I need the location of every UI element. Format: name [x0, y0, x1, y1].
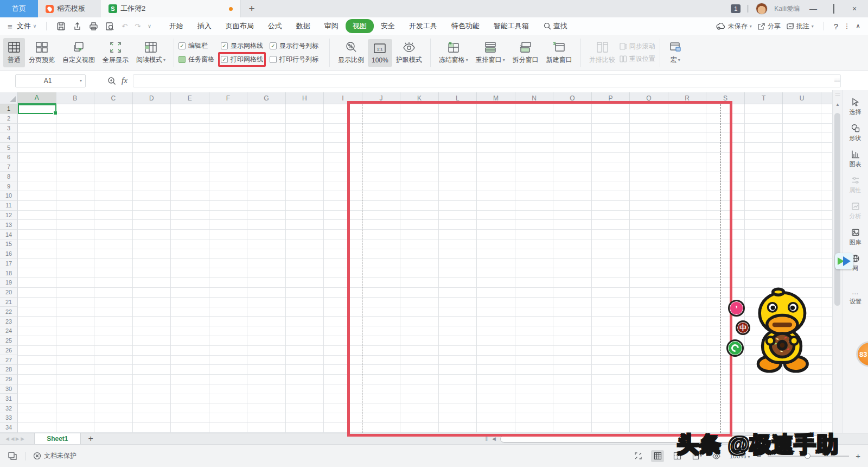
custom-view-button[interactable]: 自定义视图 — [59, 38, 99, 67]
zoom-scale-button[interactable]: 显示比例 — [334, 38, 368, 67]
row-header[interactable]: 23 — [0, 317, 18, 326]
reading-mode-button[interactable]: 阅读模式▾ — [132, 38, 169, 67]
float-button-zhong[interactable]: 中 — [736, 320, 750, 335]
row-header[interactable]: 5 — [0, 143, 18, 153]
column-header[interactable]: D — [133, 92, 171, 104]
sheet-tab-active[interactable]: Sheet1 — [34, 433, 80, 445]
menu-item[interactable]: 数据 — [289, 19, 317, 33]
sidebar-item-chart[interactable]: 图表 — [843, 150, 868, 168]
row-header[interactable]: 8 — [0, 172, 18, 181]
selected-cell-a1[interactable] — [18, 104, 56, 114]
split-handle-icon[interactable]: —— — [834, 92, 841, 97]
row-header[interactable]: 2 — [0, 114, 18, 124]
fullscreen-toggle-icon[interactable] — [631, 450, 644, 462]
menu-item[interactable]: 视图 — [346, 19, 374, 33]
row-header[interactable]: 32 — [0, 403, 18, 413]
row-header[interactable]: 15 — [0, 239, 18, 249]
tab-home[interactable]: 首页 — [0, 0, 38, 17]
file-menu[interactable]: 文件 — [17, 21, 31, 31]
ribbon-checkbox[interactable]: 显示行号列标 — [270, 40, 318, 52]
fullscreen-button[interactable]: 全屏显示 — [99, 38, 132, 67]
row-header[interactable]: 30 — [0, 384, 18, 394]
sidebar-item-properties[interactable]: 属性 — [843, 176, 868, 194]
row-header[interactable]: 29 — [0, 375, 18, 384]
zoom-in-button[interactable]: + — [856, 451, 860, 460]
sidebar-item-settings[interactable]: ⋯ 设置 — [843, 290, 868, 306]
notification-badge[interactable]: 1 — [731, 4, 741, 13]
float-button-pink[interactable]: ’ — [728, 300, 745, 317]
workspace-icon[interactable] — [8, 451, 17, 461]
redo-icon[interactable]: ↷ — [135, 22, 141, 30]
row-header[interactable]: 27 — [0, 355, 18, 365]
row-header[interactable]: 21 — [0, 298, 18, 307]
ribbon-checkbox[interactable]: 任务窗格 — [178, 54, 214, 65]
hscroll-left-icon[interactable]: ◀ — [492, 436, 496, 441]
row-header[interactable]: 13 — [0, 220, 18, 230]
column-header[interactable]: F — [209, 92, 248, 104]
split-window-button[interactable]: 拆分窗口 — [509, 38, 542, 67]
menu-item[interactable]: 特色功能 — [444, 19, 487, 33]
row-header[interactable]: 16 — [0, 249, 18, 259]
column-header[interactable]: B — [56, 92, 95, 104]
sheet-nav-arrows[interactable]: ◀ ◀ ▶ ▶ — [5, 436, 24, 441]
row-header[interactable]: 10 — [0, 191, 18, 201]
vertical-scroll-thumb[interactable] — [834, 113, 840, 306]
page-break-preview-button[interactable]: 分页预览 — [25, 38, 59, 67]
add-sheet-button[interactable]: + — [88, 434, 93, 444]
print-icon[interactable] — [89, 22, 98, 31]
row-header[interactable]: 6 — [0, 153, 18, 162]
export-icon[interactable] — [73, 22, 82, 31]
fx-icon[interactable]: fx — [122, 76, 127, 85]
print-preview-icon[interactable] — [105, 22, 114, 31]
name-box[interactable]: A1 ▾ — [15, 74, 86, 87]
arrange-windows-button[interactable]: 重排窗口▾ — [472, 38, 509, 67]
ribbon-checkbox[interactable]: 编辑栏 — [178, 40, 214, 52]
row-header[interactable]: 17 — [0, 259, 18, 269]
menu-item[interactable]: 开始 — [162, 19, 190, 33]
scroll-up-icon[interactable]: ▲ — [833, 102, 843, 107]
row-header[interactable]: 31 — [0, 394, 18, 403]
column-header[interactable]: U — [783, 92, 821, 104]
row-header[interactable]: 24 — [0, 326, 18, 336]
column-header[interactable]: H — [286, 92, 324, 104]
share-button[interactable]: 分享 — [757, 22, 781, 31]
avatar[interactable] — [756, 3, 768, 15]
row-header[interactable]: 22 — [0, 307, 18, 317]
protect-status[interactable]: 文档未保护 — [33, 451, 76, 460]
column-header[interactable]: E — [171, 92, 209, 104]
file-caret-icon[interactable]: ∨ — [33, 23, 37, 29]
maximize-button[interactable] — [827, 4, 841, 13]
sync-scroll-button[interactable]: 同步滚动 — [619, 42, 655, 51]
row-header[interactable]: 34 — [0, 423, 18, 433]
toolbar-caret-icon[interactable]: ∨ — [148, 23, 151, 29]
search[interactable]: 查找 — [544, 21, 567, 31]
view-normal-status-icon[interactable] — [651, 450, 664, 462]
row-header[interactable]: 28 — [0, 365, 18, 375]
row-header[interactable]: 3 — [0, 124, 18, 134]
row-header[interactable]: 25 — [0, 336, 18, 346]
zoom-formula-icon[interactable] — [107, 77, 116, 85]
macro-button[interactable]: 宏▾ — [665, 38, 686, 67]
row-header[interactable]: 19 — [0, 278, 18, 288]
menu-item[interactable]: 公式 — [261, 19, 289, 33]
sidebar-item-gallery[interactable]: 图库 — [843, 228, 868, 247]
close-button[interactable]: × — [847, 4, 861, 13]
select-all-corner[interactable] — [0, 92, 18, 104]
ribbon-checkbox[interactable]: 显示网格线 — [221, 40, 263, 52]
row-header[interactable]: 18 — [0, 268, 18, 278]
hamburger-icon[interactable]: ≡ — [8, 22, 12, 31]
row-header[interactable]: 20 — [0, 288, 18, 298]
more-button[interactable]: ⋮ — [844, 22, 850, 30]
zoom-100-button[interactable]: 1:1 100% — [368, 39, 392, 67]
menu-item[interactable]: 开发工具 — [402, 19, 444, 33]
menu-item[interactable]: 安全 — [374, 19, 402, 33]
ribbon-checkbox[interactable]: 打印网格线 — [221, 54, 263, 65]
row-header[interactable]: 7 — [0, 162, 18, 172]
sidebar-handle-icon[interactable]: ≡≡ — [834, 77, 840, 83]
row-header[interactable]: 9 — [0, 181, 18, 191]
tab-document[interactable]: S 工作簿2 — [101, 0, 241, 17]
new-window-button[interactable]: 新建窗口 — [542, 38, 576, 67]
save-icon[interactable] — [56, 22, 66, 31]
username[interactable]: Kaili爱编 — [774, 4, 800, 14]
row-header[interactable]: 12 — [0, 211, 18, 220]
